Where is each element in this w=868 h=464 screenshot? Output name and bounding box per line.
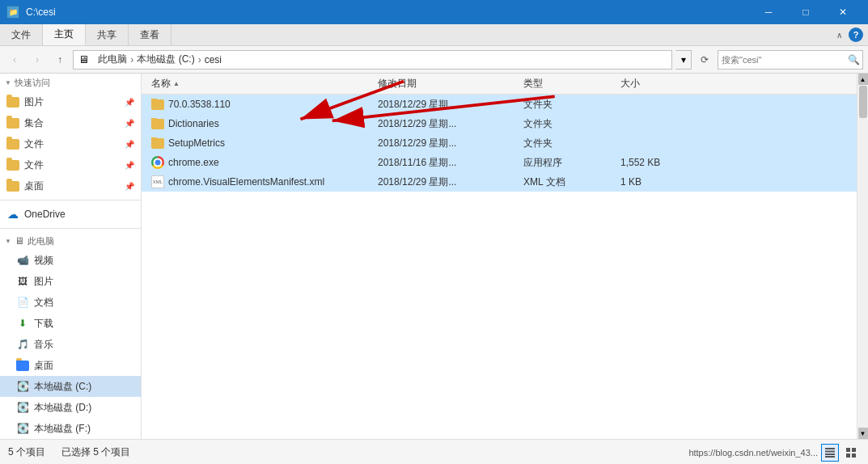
address-path[interactable]: 🖥 此电脑 › 本地磁盘 (C:) › cesi: [73, 50, 672, 70]
file-type-3: 应用程序: [520, 156, 617, 170]
svg-rect-7: [846, 448, 850, 452]
svg-rect-6: [825, 456, 835, 458]
file-size-3: 1,552 KB: [617, 157, 682, 168]
file-date-0: 2018/12/29 星期...: [375, 98, 520, 112]
view-details-button[interactable]: [821, 444, 839, 462]
file1-icon: [6, 137, 19, 150]
file-date-1: 2018/12/29 星期...: [375, 117, 520, 131]
selected-count: 已选择 5 个项目: [61, 445, 130, 459]
ribbon-help-button[interactable]: ?: [849, 27, 863, 42]
tab-file[interactable]: 文件: [0, 24, 43, 45]
file-date-4: 2018/12/29 星期...: [375, 175, 520, 189]
sidebar-item-file1[interactable]: 文件 📌: [0, 133, 141, 154]
file-row-4[interactable]: XML chrome.VisualElementsManifest.xml 20…: [142, 172, 857, 192]
file-name-2: SetupMetrics: [148, 137, 375, 149]
sidebar-item-video[interactable]: 📹 视频: [0, 250, 141, 271]
sidebar-item-img[interactable]: 🖼 图片: [0, 271, 141, 292]
path-drive[interactable]: 本地磁盘 (C:): [137, 53, 194, 66]
sidebar-item-file2[interactable]: 文件 📌: [0, 154, 141, 175]
back-button[interactable]: ‹: [5, 50, 24, 70]
sidebar-item-downloads[interactable]: ⬇ 下载: [0, 313, 141, 334]
sidebar-divider-2: [0, 228, 141, 229]
sidebar-item-pictures[interactable]: 图片 📌: [0, 91, 141, 112]
sort-arrow: ▲: [173, 80, 180, 87]
pin-icon: 📌: [125, 98, 134, 107]
tab-home[interactable]: 主页: [43, 24, 86, 45]
quick-access-label: 快速访问: [15, 77, 50, 89]
svg-rect-10: [852, 453, 856, 458]
sidebar: ▼ 快速访问 图片 📌 集合 📌 文件 📌 文件 📌: [0, 74, 142, 439]
address-dropdown[interactable]: ▾: [675, 50, 692, 70]
maximize-button[interactable]: □: [787, 0, 824, 24]
file-row-2[interactable]: SetupMetrics 2018/12/29 星期... 文件夹: [142, 133, 857, 153]
forward-button[interactable]: ›: [28, 50, 47, 70]
sidebar-item-desktop[interactable]: 桌面 📌: [0, 175, 141, 196]
sidebar-item-docs[interactable]: 📄 文档: [0, 292, 141, 313]
desktop-icon: [6, 179, 19, 192]
close-button[interactable]: ✕: [824, 0, 862, 24]
view-tiles-button[interactable]: [842, 444, 860, 462]
col-header-date[interactable]: 修改日期: [375, 74, 520, 94]
window-title: C:\cesi: [26, 6, 750, 18]
scrollbar-down[interactable]: ▼: [858, 428, 868, 439]
sidebar-label-file2: 文件: [24, 158, 44, 172]
svg-rect-5: [825, 453, 835, 455]
tab-view[interactable]: 查看: [129, 24, 171, 45]
sidebar-item-drive-c[interactable]: 💽 本地磁盘 (C:): [0, 376, 141, 397]
folder-icon-2: [151, 138, 164, 149]
status-right: https://blog.csdn.net/weixin_43...: [688, 444, 860, 462]
quick-access-header[interactable]: ▼ 快速访问: [0, 74, 141, 91]
sidebar-item-drive-f[interactable]: 💽 本地磁盘 (F:): [0, 418, 141, 439]
sidebar-label-music: 音乐: [34, 338, 53, 352]
sidebar-item-music[interactable]: 🎵 音乐: [0, 334, 141, 355]
search-icon[interactable]: 🔍: [845, 51, 862, 69]
this-pc-header[interactable]: ▼ 🖥 此电脑: [0, 232, 141, 250]
pin-icon-2: 📌: [125, 119, 134, 128]
sidebar-divider-1: [0, 200, 141, 200]
drive-c-icon: 💽: [16, 380, 29, 393]
details-view-icon: [824, 447, 836, 458]
sidebar-item-onedrive[interactable]: ☁ OneDrive: [0, 204, 141, 225]
sidebar-item-desktop2[interactable]: 桌面: [0, 355, 141, 376]
svg-rect-4: [825, 450, 835, 452]
xml-icon: XML: [151, 175, 164, 188]
col-header-type[interactable]: 类型: [520, 74, 617, 94]
video-icon: 📹: [16, 254, 29, 267]
file-row-3[interactable]: chrome.exe 2018/11/16 星期... 应用程序 1,552 K…: [142, 153, 857, 172]
item-count: 5 个项目: [8, 445, 45, 459]
scrollbar-area: ▲ ▼: [857, 74, 868, 439]
file-type-0: 文件夹: [520, 98, 617, 112]
scrollbar-up[interactable]: ▲: [858, 74, 868, 85]
sidebar-label-pictures: 图片: [24, 95, 44, 109]
file-row-1[interactable]: Dictionaries 2018/12/29 星期... 文件夹: [142, 114, 857, 133]
path-pc[interactable]: 此电脑: [98, 53, 127, 66]
search-box[interactable]: 🔍: [718, 50, 863, 70]
file-date-3: 2018/11/16 星期...: [375, 156, 520, 170]
ribbon-expand-button[interactable]: ∧: [829, 25, 849, 44]
tab-share[interactable]: 共享: [86, 24, 129, 45]
file-row-0[interactable]: 70.0.3538.110 2018/12/29 星期... 文件夹: [142, 95, 857, 114]
search-input[interactable]: [718, 55, 845, 65]
refresh-button[interactable]: ⟳: [695, 50, 714, 70]
main-layout: ▼ 快速访问 图片 📌 集合 📌 文件 📌 文件 📌: [0, 74, 868, 439]
drive-d-icon: 💽: [16, 401, 29, 414]
sidebar-item-collection[interactable]: 集合 📌: [0, 112, 141, 133]
music-icon: 🎵: [16, 338, 29, 351]
tiles-view-icon: [845, 447, 857, 458]
svg-rect-9: [846, 453, 850, 458]
path-folder[interactable]: cesi: [205, 54, 222, 65]
sidebar-label-drive-c: 本地磁盘 (C:): [34, 380, 91, 394]
sidebar-item-drive-d[interactable]: 💽 本地磁盘 (D:): [0, 397, 141, 418]
desktop2-icon: [16, 359, 29, 372]
col-header-size[interactable]: 大小: [617, 74, 682, 94]
title-bar-icons: 📁: [6, 6, 19, 19]
title-controls: ─ □ ✕: [750, 0, 862, 24]
col-header-name[interactable]: 名称 ▲: [148, 74, 375, 94]
sidebar-label-img: 图片: [34, 275, 53, 289]
window-icon-small: 📁: [6, 6, 19, 19]
minimize-button[interactable]: ─: [750, 0, 787, 24]
scrollbar-thumb[interactable]: [859, 86, 867, 118]
sidebar-label-docs: 文档: [34, 296, 53, 310]
up-button[interactable]: ↑: [50, 50, 70, 70]
this-pc-expand: ▼: [5, 238, 11, 245]
